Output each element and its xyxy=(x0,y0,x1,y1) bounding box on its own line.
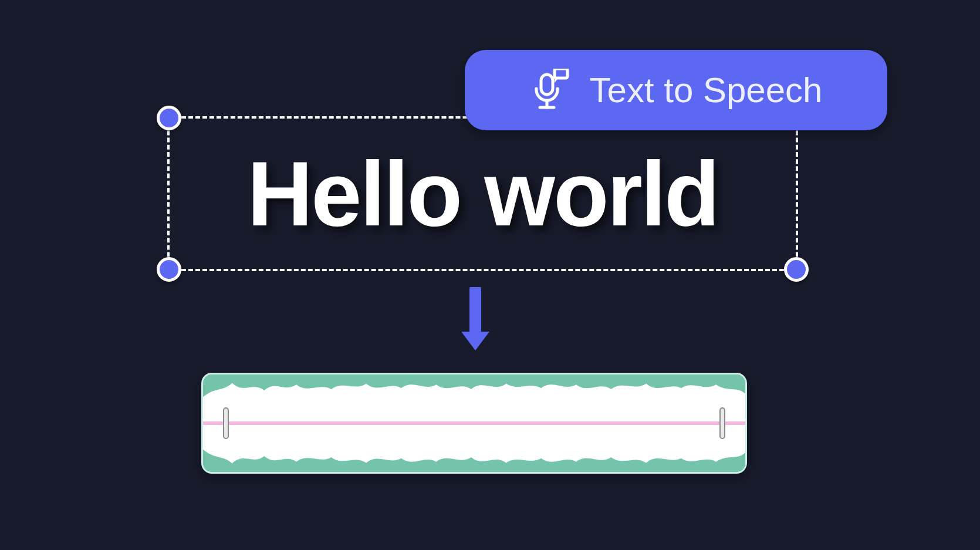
clip-trim-handle-right[interactable] xyxy=(719,407,725,439)
svg-rect-0 xyxy=(541,75,553,95)
microphone-icon xyxy=(530,69,570,112)
resize-handle-bottom-right[interactable] xyxy=(784,257,809,282)
text-to-speech-button[interactable]: Text to Speech xyxy=(465,50,887,130)
text-to-speech-label: Text to Speech xyxy=(590,70,823,110)
text-selection-box[interactable]: Hello world xyxy=(167,116,798,271)
arrow-down-icon xyxy=(458,287,493,354)
selected-text[interactable]: Hello world xyxy=(247,149,718,239)
resize-handle-top-left[interactable] xyxy=(157,106,181,130)
waveform-graphic xyxy=(203,374,745,472)
resize-handle-bottom-left[interactable] xyxy=(157,257,181,282)
audio-waveform-clip[interactable] xyxy=(201,373,747,474)
clip-trim-handle-left[interactable] xyxy=(223,407,229,439)
diagram-stage: Hello world Text to Speech xyxy=(0,0,980,550)
svg-rect-3 xyxy=(555,69,567,78)
